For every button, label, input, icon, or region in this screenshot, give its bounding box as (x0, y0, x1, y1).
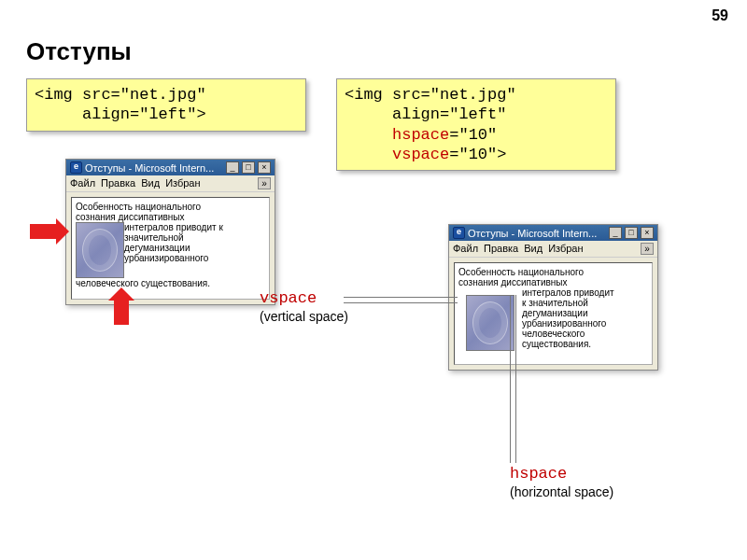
connector-line (515, 295, 516, 463)
menu-file[interactable]: Файл (453, 243, 478, 255)
label-subtext: (vertical space) (260, 309, 348, 324)
menu-edit[interactable]: Правка (101, 177, 135, 189)
code-line: ="10"> (449, 146, 506, 163)
window-title: Отступы - Microsoft Intern... (468, 228, 597, 239)
code-line: ="10" (449, 126, 497, 144)
vspace-label: vspace (vertical space) (260, 289, 348, 324)
code-line: <img src="net.jpg" (345, 86, 516, 104)
code-snippet-right: <img src="net.jpg" align="left" hspace="… (336, 78, 616, 171)
minimize-button[interactable]: _ (226, 161, 239, 174)
ie-icon (453, 227, 465, 239)
code-line: <img src="net.jpg" (35, 86, 206, 104)
arrow-up-icon (114, 301, 129, 325)
menu-more-icon[interactable]: » (641, 243, 654, 255)
menu-file[interactable]: Файл (70, 177, 95, 189)
page-title: Отступы (26, 37, 132, 66)
maximize-button[interactable]: □ (625, 227, 638, 239)
minimize-button[interactable]: _ (609, 227, 622, 239)
code-line (345, 146, 392, 163)
menubar: Файл Правка Вид Избран » (449, 241, 657, 258)
menubar: Файл Правка Вид Избран » (66, 175, 275, 192)
page-content: Особенность национального сознания дисси… (71, 197, 270, 300)
connector-line (344, 302, 458, 303)
menu-favorites[interactable]: Избран (165, 177, 200, 189)
hspace-label: hspace (horizontal space) (510, 465, 613, 499)
ie-icon (70, 161, 82, 174)
menu-favorites[interactable]: Избран (548, 243, 583, 255)
menu-edit[interactable]: Правка (484, 243, 518, 255)
browser-window-left: Отступы - Microsoft Intern... _ □ × Файл… (65, 159, 275, 305)
label-keyword: hspace (510, 465, 567, 483)
menu-view[interactable]: Вид (141, 177, 160, 189)
menu-more-icon[interactable]: » (258, 177, 271, 189)
arrow-right-icon (30, 224, 56, 239)
code-line: align="left"> (35, 105, 206, 123)
net-image (76, 222, 124, 278)
code-line: align="left" (345, 105, 506, 123)
code-highlight: hspace (392, 126, 449, 144)
close-button[interactable]: × (258, 161, 271, 174)
net-image (466, 295, 514, 351)
close-button[interactable]: × (641, 227, 654, 239)
code-snippet-left: <img src="net.jpg" align="left"> (26, 78, 306, 132)
label-subtext: (horizontal space) (510, 484, 613, 499)
maximize-button[interactable]: □ (242, 161, 255, 174)
titlebar: Отступы - Microsoft Intern... _ □ × (66, 160, 275, 175)
page-number: 59 (712, 7, 728, 24)
titlebar: Отступы - Microsoft Intern... _ □ × (449, 225, 657, 241)
menu-view[interactable]: Вид (524, 243, 543, 255)
browser-window-right: Отступы - Microsoft Intern... _ □ × Файл… (448, 224, 658, 371)
label-keyword: vspace (260, 289, 317, 307)
page-content: Особенность национального сознания дисси… (454, 262, 653, 365)
window-title: Отступы - Microsoft Intern... (85, 162, 214, 174)
body-text: человеческого существования. (76, 278, 265, 288)
body-text: Особенность национального сознания дисси… (76, 202, 265, 222)
code-highlight: vspace (392, 146, 449, 163)
connector-line (510, 295, 511, 463)
connector-line (344, 297, 458, 298)
code-line (345, 126, 392, 144)
body-text: Особенность национального сознания дисси… (458, 267, 648, 287)
